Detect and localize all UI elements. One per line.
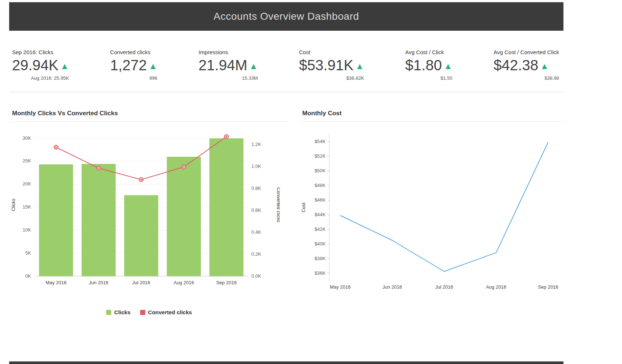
kpi-label: Sep 2016: Clicks [12,49,69,55]
svg-text:5K: 5K [25,250,31,256]
svg-text:$54K: $54K [315,139,326,144]
trend-up-icon [355,61,364,71]
svg-text:1.0K: 1.0K [251,164,261,169]
svg-text:$44K: $44K [315,212,326,217]
legend-item-clicks[interactable]: Clicks [106,309,130,315]
trend-up-icon [249,61,258,71]
legend-item-converted-clicks[interactable]: Converted clicks [140,309,192,315]
kpi-value: $42.38 [494,57,559,73]
kpi-previous-value: 996 [110,75,157,81]
app-header: Accounts Overview Dashboard [9,2,563,31]
chart-legend: Clicks Converted clicks [9,309,289,315]
kpi-value: 29.94K [12,57,69,73]
kpi-converted-clicks: Converted clicks 1,272 996 [110,49,157,81]
svg-text:$42K: $42K [315,226,326,232]
trend-up-icon [444,61,453,71]
svg-text:0.8K: 0.8K [251,185,261,191]
converted-clicks-swatch-icon [140,310,145,315]
svg-text:May 2016: May 2016 [46,280,67,285]
svg-text:0.0K: 0.0K [251,273,261,279]
svg-text:May 2016: May 2016 [330,284,351,290]
svg-text:Cost: Cost [301,202,306,212]
kpi-label: Avg Cost / Click [405,49,453,55]
svg-text:Jun 2016: Jun 2016 [89,280,109,285]
cost-chart-title: Monthly Cost [299,110,563,122]
svg-text:25K: 25K [23,158,31,164]
legend-label: Clicks [114,309,130,315]
clicks-vs-converted-clicks-chart: 0K5K10K15K20K25K30K0.0K0.2K0.4K0.6K0.8K1… [9,127,280,292]
kpi-row: Sep 2016: Clicks 29.94K Aug 2016: 25.95K… [9,31,563,92]
svg-text:Converted clicks: Converted clicks [276,187,280,222]
svg-text:0K: 0K [25,273,31,279]
svg-text:10K: 10K [23,227,31,233]
kpi-label: Impressions [199,49,258,55]
svg-text:Aug 2016: Aug 2016 [486,284,506,290]
svg-text:$50K: $50K [315,168,326,173]
dashboard-container: Accounts Overview Dashboard Sep 2016: Cl… [9,2,563,315]
kpi-value-text: 21.94M [199,57,247,73]
svg-text:Jul 2016: Jul 2016 [132,280,150,285]
kpi-value: 1,272 [110,57,157,73]
svg-text:20K: 20K [23,181,31,187]
svg-text:$46K: $46K [315,197,326,203]
svg-text:15K: 15K [23,204,31,210]
svg-text:$38K: $38K [315,256,326,261]
svg-text:30K: 30K [23,135,31,141]
kpi-value-text: $1.80 [405,57,442,73]
svg-text:$40K: $40K [315,241,326,247]
kpi-label: Cost [299,49,364,55]
trend-up-icon [149,61,157,71]
svg-text:$52K: $52K [315,153,326,159]
clicks-chart-title: Monthly Clicks Vs Converted Clicks [9,110,289,122]
kpi-avg-cost-per-converted-click: Avg Cost / Converted Click $42.38 $38.98 [494,49,559,81]
svg-text:Jul 2016: Jul 2016 [435,284,453,290]
svg-text:0.2K: 0.2K [251,251,261,257]
kpi-label: Converted clicks [110,49,157,55]
svg-text:Clicks: Clicks [11,198,16,211]
charts-row: Monthly Clicks Vs Converted Clicks 0K5K1… [9,92,563,315]
svg-text:Jun 2016: Jun 2016 [382,284,402,290]
monthly-cost-chart: $36K$38K$40K$42K$44K$46K$48K$50K$52K$54K… [299,127,563,298]
kpi-value-text: 1,272 [110,57,147,73]
kpi-value: $1.80 [405,57,453,73]
kpi-previous-value: 15.33M [199,75,258,81]
kpi-value: 21.94M [199,57,258,73]
legend-label: Converted clicks [148,309,192,315]
svg-text:1.2K: 1.2K [251,142,261,147]
trend-up-icon [540,61,549,71]
svg-text:$36K: $36K [315,270,326,276]
page-title: Accounts Overview Dashboard [214,11,359,22]
svg-text:Sep 2016: Sep 2016 [216,280,237,285]
kpi-avg-cost-per-click: Avg Cost / Click $1.80 $1.50 [405,49,453,81]
kpi-value-text: 29.94K [12,57,59,73]
svg-text:$48K: $48K [315,183,326,188]
cost-chart-panel: Monthly Cost $36K$38K$40K$42K$44K$46K$48… [299,110,563,315]
kpi-previous-value: $38.98 [494,75,559,81]
kpi-clicks: Sep 2016: Clicks 29.94K Aug 2016: 25.95K [12,49,69,81]
clicks-swatch-icon [106,310,111,315]
kpi-impressions: Impressions 21.94M 15.33M [199,49,258,81]
kpi-previous-value: Aug 2016: 25.95K [12,75,69,81]
svg-text:Sep 2016: Sep 2016 [538,284,558,290]
kpi-label: Avg Cost / Converted Click [494,49,559,55]
clicks-chart-panel: Monthly Clicks Vs Converted Clicks 0K5K1… [9,110,289,315]
kpi-cost: Cost $53.91K $38.82K [299,49,364,81]
kpi-previous-value: $1.50 [405,75,453,81]
bottom-bar [9,361,563,364]
svg-text:Aug 2016: Aug 2016 [174,280,194,285]
kpi-value-text: $42.38 [494,57,538,73]
kpi-value-text: $53.91K [299,57,353,73]
svg-text:0.6K: 0.6K [251,207,261,213]
trend-up-icon [60,61,69,71]
kpi-previous-value: $38.82K [299,75,364,81]
svg-text:0.4K: 0.4K [251,229,261,235]
kpi-value: $53.91K [299,57,364,73]
